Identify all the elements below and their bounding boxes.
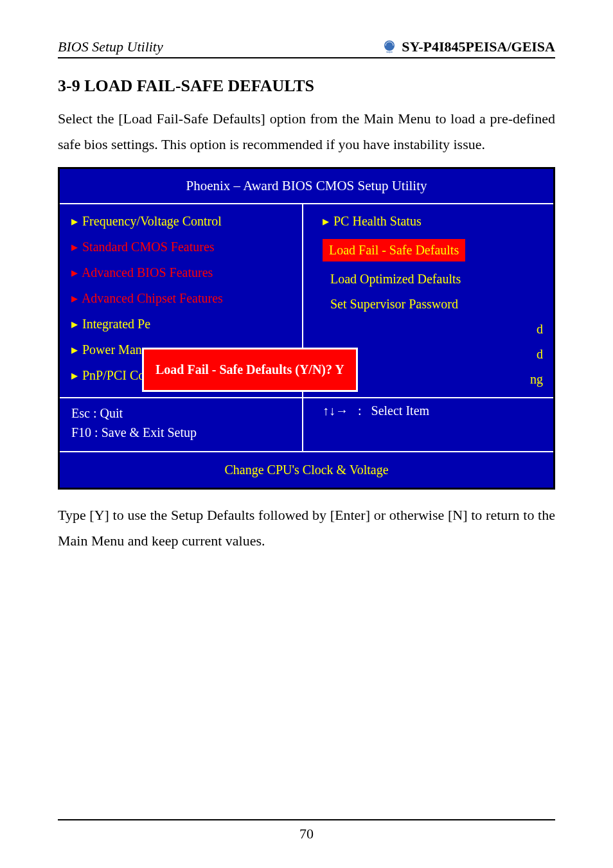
bios-menu-item[interactable]: ▸ Integrated Pe [60,311,302,337]
page-number: 70 [0,826,613,842]
triangle-right-icon: ▸ [71,265,79,280]
bios-window-title: Phoenix – Award BIOS CMOS Setup Utility [60,169,553,203]
bios-menu-item[interactable]: ▸ Standard CMOS Features [60,234,302,260]
bios-menu-item[interactable]: Set Supervisor Password [311,292,553,317]
bios-menu-item[interactable]: ▸ Advanced BIOS Features [60,260,302,285]
page-footer: 70 [0,819,613,842]
triangle-right-icon: ▸ [71,290,79,306]
triangle-right-icon: ▸ [71,316,79,332]
bios-menu-item[interactable]: ▸ PC Health Status [311,208,553,234]
bios-menu-item[interactable]: ▸ Advanced Chipset Features [60,285,302,311]
intro-paragraph: Select the [Load Fail-Safe Defaults] opt… [58,106,555,157]
bios-keyhints-left: Esc : Quit F10 : Save & Exit Setup [60,398,303,451]
bios-help-text: Change CPU's Clock & Voltage [60,451,553,488]
triangle-right-icon: ▸ [323,213,330,229]
triangle-right-icon: ▸ [71,213,79,229]
bios-menu-grid: ▸ Frequency/Voltage Control ▸ Standard C… [60,203,553,398]
confirm-dialog[interactable]: Load Fail - Safe Defaults (Y/N)? Y [142,348,358,392]
arrow-keys-icon: ↑↓→ [323,403,348,418]
section-title: 3-9 LOAD FAIL-SAFE DEFAULTS [58,76,555,96]
bios-menu-item[interactable]: Load Optimized Defaults [311,267,553,292]
page-header: BIOS Setup Utility soyo SY-P4I845PEISA/G… [58,39,555,58]
header-right-model: soyo SY-P4I845PEISA/GEISA [381,39,555,55]
triangle-right-icon: ▸ [71,368,79,383]
svg-text:soyo: soyo [386,50,393,53]
outro-paragraph: Type [Y] to use the Setup Defaults follo… [58,502,555,553]
header-left-title: BIOS Setup Utility [58,39,163,55]
triangle-right-icon: ▸ [71,239,79,254]
soyo-logo-icon: soyo [381,40,398,54]
bios-keyhints-right: ↑↓→ : Select Item [303,398,553,451]
triangle-right-icon: ▸ [71,342,79,357]
bios-menu-item-partial: d [311,317,553,342]
bios-setup-screenshot: Phoenix – Award BIOS CMOS Setup Utility … [58,167,555,490]
footer-divider [58,819,555,820]
bios-menu-item-selected[interactable]: Load Fail - Safe Defaults [311,234,553,267]
bios-menu-item[interactable]: ▸ Frequency/Voltage Control [60,208,302,234]
bios-status-bar: Esc : Quit F10 : Save & Exit Setup ↑↓→ :… [60,398,553,451]
